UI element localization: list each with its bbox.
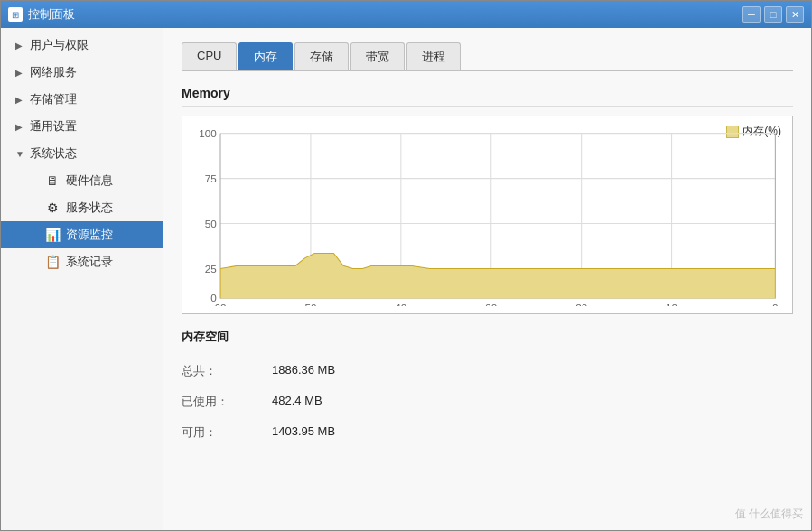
sidebar-label-users: 用户与权限	[30, 37, 89, 53]
sidebar-item-storage[interactable]: ▶存储管理	[1, 86, 163, 113]
memory-info-title: 内存空间	[182, 329, 793, 345]
info-row-value: 1403.95 MB	[272, 424, 335, 441]
sidebar-label-sysstate: 系统状态	[30, 145, 77, 162]
sidebar-item-network[interactable]: ▶网络服务	[1, 59, 163, 86]
sidebar-icon-resource: 📊	[44, 227, 61, 243]
sidebar-label-hardware: 硬件信息	[66, 172, 113, 189]
svg-marker-25	[220, 254, 775, 299]
sidebar: ▶用户与权限▶网络服务▶存储管理▶通用设置▼系统状态🖥硬件信息⚙服务状态📊资源监…	[1, 28, 163, 530]
sidebar-item-resource[interactable]: 📊资源监控	[1, 221, 163, 248]
svg-text:20: 20	[575, 302, 587, 306]
chart-inner: 100 75 50 25 0	[190, 124, 785, 306]
svg-text:0: 0	[772, 302, 779, 306]
sidebar-item-general[interactable]: ▶通用设置	[1, 113, 163, 140]
arrow-icon: ▼	[15, 149, 26, 159]
info-row-label: 总共：	[182, 363, 272, 379]
window-body: ▶用户与权限▶网络服务▶存储管理▶通用设置▼系统状态🖥硬件信息⚙服务状态📊资源监…	[1, 28, 811, 530]
svg-text:25: 25	[205, 263, 217, 275]
window-controls: ─ □ ✕	[742, 6, 804, 23]
sidebar-item-hardware[interactable]: 🖥硬件信息	[1, 167, 163, 194]
minimize-button[interactable]: ─	[742, 6, 761, 23]
window-title: 控制面板	[28, 6, 742, 23]
svg-text:60: 60	[215, 302, 227, 306]
sidebar-item-users[interactable]: ▶用户与权限	[1, 32, 163, 59]
chart-title: Memory	[182, 86, 793, 107]
svg-text:10: 10	[666, 302, 677, 306]
svg-text:100: 100	[199, 127, 217, 139]
tab-bar: CPU内存存储带宽进程	[182, 42, 793, 71]
svg-text:30: 30	[485, 302, 497, 306]
memory-chart: 内存(%) 100 75 50 25 0	[182, 116, 793, 314]
main-window: ⊞ 控制面板 ─ □ ✕ ▶用户与权限▶网络服务▶存储管理▶通用设置▼系统状态🖥…	[0, 0, 812, 531]
close-button[interactable]: ✕	[786, 6, 804, 23]
info-row-label: 可用：	[182, 424, 272, 441]
info-row-label: 已使用：	[182, 394, 272, 410]
sidebar-item-sysstate[interactable]: ▼系统状态	[1, 140, 163, 167]
info-row-value: 1886.36 MB	[272, 363, 335, 379]
main-content: CPU内存存储带宽进程 Memory 内存(%) 100 75 50 25 0	[163, 28, 811, 530]
tab-cpu[interactable]: CPU	[182, 42, 237, 70]
watermark: 值 什么值得买	[735, 507, 803, 522]
sidebar-item-syslog[interactable]: 📋系统记录	[1, 248, 163, 275]
svg-text:50: 50	[205, 218, 217, 229]
maximize-button[interactable]: □	[764, 6, 782, 23]
arrow-icon: ▶	[15, 41, 26, 51]
info-row: 总共：1886.36 MB	[182, 356, 793, 387]
memory-info-section: 内存空间 总共：1886.36 MB已使用：482.4 MB可用：1403.95…	[182, 329, 793, 448]
info-row: 已使用：482.4 MB	[182, 387, 793, 417]
svg-text:75: 75	[205, 172, 217, 184]
sidebar-label-service: 服务状态	[66, 200, 113, 216]
sidebar-label-general: 通用设置	[30, 118, 77, 135]
tab-storage[interactable]: 存储	[294, 42, 349, 70]
sidebar-icon-syslog: 📋	[44, 254, 61, 270]
tab-process[interactable]: 进程	[406, 42, 461, 70]
svg-text:50: 50	[304, 302, 316, 306]
sidebar-label-syslog: 系统记录	[66, 254, 113, 270]
info-row: 可用：1403.95 MB	[182, 417, 793, 448]
memory-info-rows: 总共：1886.36 MB已使用：482.4 MB可用：1403.95 MB	[182, 356, 793, 448]
tab-bandwidth[interactable]: 带宽	[350, 42, 405, 70]
arrow-icon: ▶	[15, 122, 26, 132]
sidebar-label-network: 网络服务	[30, 64, 77, 80]
titlebar: ⊞ 控制面板 ─ □ ✕	[1, 1, 811, 28]
tab-memory[interactable]: 内存	[238, 42, 293, 70]
sidebar-item-service[interactable]: ⚙服务状态	[1, 194, 163, 221]
sidebar-icon-service: ⚙	[44, 200, 61, 216]
arrow-icon: ▶	[15, 68, 26, 78]
svg-text:40: 40	[395, 302, 406, 306]
app-icon: ⊞	[8, 7, 23, 22]
sidebar-icon-hardware: 🖥	[44, 172, 61, 189]
sidebar-label-storage: 存储管理	[30, 91, 77, 107]
sidebar-label-resource: 资源监控	[66, 227, 113, 243]
info-row-value: 482.4 MB	[272, 394, 322, 410]
chart-svg: 100 75 50 25 0	[190, 124, 785, 306]
arrow-icon: ▶	[15, 95, 26, 105]
